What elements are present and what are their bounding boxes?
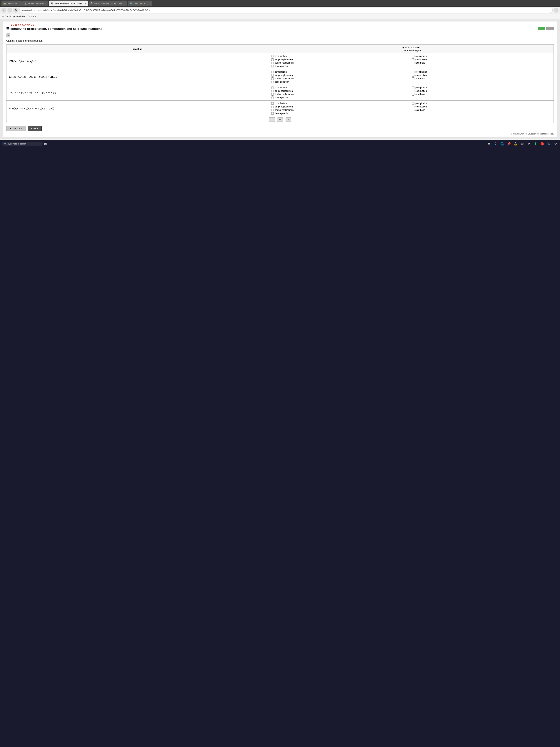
taskbar-icon-mail[interactable]: ✉ (519, 141, 525, 146)
taskbar-icon-office[interactable]: 🔴 (540, 141, 545, 146)
cb-r1-acid-base[interactable] (412, 62, 415, 64)
cb-r4-single-replacement[interactable] (271, 106, 274, 108)
cb-r2-combustion[interactable] (412, 74, 415, 77)
bookmark-maps[interactable]: 🗺 Maps (28, 15, 36, 18)
tab-ings-unf[interactable]: 🏫 ings – UNF ✕ (1, 1, 22, 6)
check-button[interactable]: Check (28, 126, 42, 131)
search-icon: 🔍 (4, 143, 7, 145)
tab-icon: 🅐 (90, 2, 92, 4)
cb-r1-decomposition[interactable] (271, 65, 274, 68)
start-button[interactable]: ⊞ (44, 142, 47, 146)
address-bar[interactable]: www-awn.aleks.com/alekscgi/x/lsl.exe/1o_… (19, 7, 553, 13)
table-row: 16Na(s) + S8(s) → 8Na2S(s) combination p… (6, 53, 554, 69)
refresh-button[interactable]: ↻ (14, 8, 18, 12)
cb-r2-precipitation[interactable] (412, 71, 415, 73)
cb-r2-decomposition[interactable] (271, 81, 274, 83)
tab-aleks-chemistry[interactable]: 🔬 ALEKs Chemistry ✕ (22, 1, 48, 6)
cb-r3-acid-base[interactable] (412, 93, 415, 96)
table-row: KOH(aq) + HClO4(aq) → KClO4(aq) + H2O(l)… (6, 101, 554, 117)
section-label: SIMPLE REACTIONS (10, 24, 102, 27)
tab-bar: 🏫 ings – UNF ✕ 🔬 ALEKs Chemistry ✕ 📚 McG… (0, 0, 560, 7)
tab-icon: 📚 (51, 2, 54, 5)
taskbar-icon-settings[interactable]: ⚙ (553, 141, 558, 146)
tab-close[interactable]: ✕ (85, 2, 86, 4)
cb-r2-combination[interactable] (271, 71, 274, 73)
taskbar-search[interactable]: 🔍 Type here to search (2, 142, 43, 146)
cb-r4-double-replacement[interactable] (271, 109, 274, 111)
cb-r4-precipitation[interactable] (412, 102, 415, 105)
gmail-icon: ✉ (2, 15, 4, 18)
hamburger-icon[interactable]: ☰ (6, 27, 9, 30)
tab-close[interactable]: ✕ (124, 2, 126, 4)
tab-mcgraw-hill[interactable]: 📚 McGraw-Hill Education Campus ✕ (49, 1, 88, 6)
bookmark-youtube[interactable]: ▶ YouTube (14, 15, 25, 18)
cb-r1-double-replacement[interactable] (271, 62, 274, 64)
cb-r4-combination[interactable] (271, 102, 274, 105)
table-action-row: ✕ ↺ ? (6, 117, 554, 123)
page-content: ☰ SIMPLE REACTIONS Identifying precipita… (0, 19, 560, 140)
tab-aleks-learn[interactable]: 🅐 ALEKS - Lindsay Brooks - Learn ✕ (89, 1, 127, 6)
undo-button[interactable]: ↺ (277, 118, 283, 122)
reaction-cell-3: CH3CH2CH3(g) + 5O2(g) → 3CO2(g) + 4H2O(g… (6, 85, 269, 101)
close-button[interactable]: ✕ (269, 118, 275, 122)
maps-icon: 🗺 (28, 15, 30, 18)
tab-close[interactable]: ✕ (18, 2, 20, 4)
cb-r3-single-replacement[interactable] (271, 90, 274, 92)
explanation-button[interactable]: Explanation (6, 126, 26, 131)
extensions-button[interactable]: ⋮ (554, 8, 559, 12)
forward-button[interactable]: › (7, 8, 12, 12)
taskbar-icon-monitor[interactable]: 🖥 (486, 141, 491, 146)
cb-r1-precipitation[interactable] (412, 55, 415, 57)
cb-r2-single-replacement[interactable] (271, 74, 274, 77)
tab-icon: 🏫 (3, 2, 6, 5)
taskbar-icon-lock[interactable]: 🔒 (513, 141, 518, 146)
cb-r1-single-replacement[interactable] (271, 58, 274, 61)
reaction-cell-2: 2CH3CH2CO2H(l) + 7O2(g) → 6CO2(g) + 6H2O… (6, 69, 269, 85)
tab-chm2045[interactable]: ⚙️ CHM2045 Spri ✕ (128, 1, 152, 6)
taskbar-icon-pin[interactable]: 📌 (506, 141, 511, 146)
options-cell-3: combination precipitation single replace… (269, 85, 554, 101)
table-row: CH3CH2CH3(g) + 5O2(g) → 3CO2(g) + 4H2O(g… (6, 85, 554, 101)
bookmarks-bar: ✉ Gmail ▶ YouTube 🗺 Maps (0, 14, 560, 19)
collapse-button[interactable]: ∨ (6, 33, 10, 37)
cb-r2-double-replacement[interactable] (271, 77, 274, 80)
help-button[interactable]: ? (286, 118, 291, 122)
back-button[interactable]: ‹ (1, 8, 6, 12)
bottom-buttons: Explanation Check (6, 126, 554, 131)
table-row: 2CH3CH2CO2H(l) + 7O2(g) → 6CO2(g) + 6H2O… (6, 69, 554, 85)
taskbar: 🔍 Type here to search ⊞ 🖥 C 🌐 📌 🔒 ✉ ❖ S … (0, 140, 560, 148)
cb-r1-combustion[interactable] (412, 58, 415, 61)
cb-r1-combination[interactable] (271, 55, 274, 57)
cb-r4-decomposition[interactable] (271, 112, 274, 115)
cb-r4-combustion[interactable] (412, 106, 415, 108)
col-type-header: type of reaction (check all that apply) (269, 45, 554, 53)
cb-r3-combustion[interactable] (412, 90, 415, 92)
address-text: www-awn.aleks.com/alekscgi/x/lsl.exe/1o_… (22, 9, 151, 11)
classify-label: Classify each chemical reaction: (6, 39, 554, 42)
taskbar-icon-word[interactable]: W (546, 141, 552, 146)
cb-r2-acid-base[interactable] (412, 77, 415, 80)
tab-close[interactable]: ✕ (45, 2, 47, 4)
copyright-text: © 2021 McGraw-Hill Education. All Rights… (6, 133, 554, 135)
address-bar-row: ‹ › ↻ www-awn.aleks.com/alekscgi/x/lsl.e… (0, 7, 560, 14)
col-reaction-header: reaction (6, 45, 269, 53)
search-placeholder: Type here to search (8, 143, 26, 145)
cb-r3-decomposition[interactable] (271, 97, 274, 99)
reaction-table: reaction type of reaction (check all tha… (6, 45, 554, 117)
options-cell-2: combination precipitation single replace… (269, 69, 554, 85)
bookmark-gmail[interactable]: ✉ Gmail (2, 15, 10, 18)
taskbar-icon-star[interactable]: ❖ (526, 141, 532, 146)
taskbar-icons: 🖥 C 🌐 📌 🔒 ✉ ❖ S 🔴 W ⚙ (486, 141, 558, 146)
cb-r3-precipitation[interactable] (412, 86, 415, 89)
options-cell-4: combination precipitation single replace… (269, 101, 554, 117)
taskbar-icon-edge[interactable]: C (493, 141, 498, 146)
tab-close[interactable]: ✕ (148, 2, 150, 4)
taskbar-icon-s[interactable]: S (533, 141, 538, 146)
reaction-cell-1: 16Na(s) + S8(s) → 8Na2S(s) (6, 53, 269, 69)
cb-r3-combination[interactable] (271, 86, 274, 89)
tab-icon: 🔬 (24, 2, 27, 5)
page-title: Identifying precipitation, combustion an… (10, 27, 102, 31)
cb-r3-double-replacement[interactable] (271, 93, 274, 96)
cb-r4-acid-base[interactable] (412, 109, 415, 111)
taskbar-icon-chrome[interactable]: 🌐 (500, 141, 505, 146)
